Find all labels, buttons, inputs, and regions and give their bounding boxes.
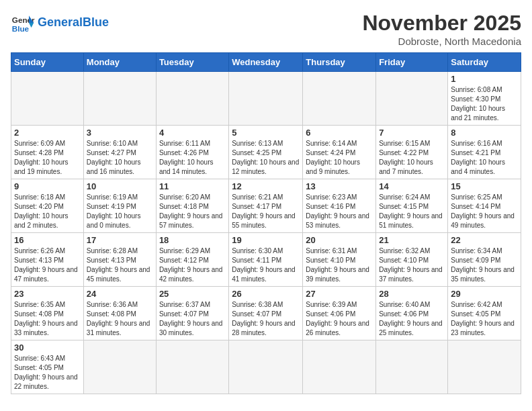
weekday-header-sunday: Sunday	[11, 53, 84, 72]
svg-text:Blue: Blue	[12, 24, 30, 33]
day-cell: 5Sunrise: 6:13 AM Sunset: 4:25 PM Daylig…	[229, 126, 303, 179]
day-number: 13	[306, 181, 373, 191]
day-number: 18	[159, 235, 226, 245]
day-cell: 2Sunrise: 6:09 AM Sunset: 4:28 PM Daylig…	[11, 126, 84, 179]
day-number: 29	[451, 289, 518, 299]
day-cell	[448, 340, 521, 394]
month-year-title: November 2025	[362, 11, 521, 36]
day-number: 7	[379, 128, 445, 138]
weekday-header-tuesday: Tuesday	[156, 53, 228, 72]
day-number: 22	[451, 235, 518, 245]
day-info: Sunrise: 6:32 AM Sunset: 4:10 PM Dayligh…	[379, 246, 445, 284]
day-info: Sunrise: 6:23 AM Sunset: 4:16 PM Dayligh…	[306, 193, 373, 230]
day-info: Sunrise: 6:11 AM Sunset: 4:26 PM Dayligh…	[159, 139, 226, 177]
day-info: Sunrise: 6:14 AM Sunset: 4:24 PM Dayligh…	[306, 139, 373, 177]
day-info: Sunrise: 6:37 AM Sunset: 4:07 PM Dayligh…	[159, 300, 226, 338]
day-info: Sunrise: 6:24 AM Sunset: 4:15 PM Dayligh…	[379, 193, 445, 230]
day-cell: 7Sunrise: 6:15 AM Sunset: 4:22 PM Daylig…	[376, 126, 448, 179]
day-number: 16	[14, 235, 81, 245]
day-number: 10	[87, 181, 153, 191]
day-info: Sunrise: 6:25 AM Sunset: 4:14 PM Dayligh…	[451, 193, 518, 230]
day-number: 30	[14, 342, 81, 353]
day-cell	[83, 340, 156, 394]
day-number: 8	[451, 128, 518, 138]
day-info: Sunrise: 6:19 AM Sunset: 4:19 PM Dayligh…	[87, 193, 153, 230]
day-cell	[11, 72, 84, 126]
day-info: Sunrise: 6:39 AM Sunset: 4:06 PM Dayligh…	[306, 300, 373, 338]
week-row-3: 9Sunrise: 6:18 AM Sunset: 4:20 PM Daylig…	[11, 179, 521, 233]
week-row-2: 2Sunrise: 6:09 AM Sunset: 4:28 PM Daylig…	[11, 126, 521, 179]
day-number: 14	[379, 181, 445, 191]
day-number: 4	[159, 128, 226, 138]
logo-text: GeneralBlue	[38, 16, 109, 30]
day-cell: 17Sunrise: 6:28 AM Sunset: 4:13 PM Dayli…	[83, 233, 156, 287]
day-info: Sunrise: 6:34 AM Sunset: 4:09 PM Dayligh…	[451, 246, 518, 284]
day-cell: 10Sunrise: 6:19 AM Sunset: 4:19 PM Dayli…	[83, 179, 156, 233]
day-info: Sunrise: 6:35 AM Sunset: 4:08 PM Dayligh…	[14, 300, 81, 338]
day-info: Sunrise: 6:09 AM Sunset: 4:28 PM Dayligh…	[14, 139, 81, 177]
weekday-header-friday: Friday	[376, 53, 448, 72]
svg-marker-3	[29, 23, 34, 28]
day-info: Sunrise: 6:30 AM Sunset: 4:11 PM Dayligh…	[232, 246, 300, 284]
day-number: 2	[14, 128, 81, 138]
day-info: Sunrise: 6:16 AM Sunset: 4:21 PM Dayligh…	[451, 139, 518, 177]
day-cell: 3Sunrise: 6:10 AM Sunset: 4:27 PM Daylig…	[83, 126, 156, 179]
day-number: 15	[451, 181, 518, 191]
day-number: 9	[14, 181, 81, 191]
day-info: Sunrise: 6:42 AM Sunset: 4:05 PM Dayligh…	[451, 300, 518, 338]
day-cell: 13Sunrise: 6:23 AM Sunset: 4:16 PM Dayli…	[303, 179, 376, 233]
day-info: Sunrise: 6:43 AM Sunset: 4:05 PM Dayligh…	[14, 354, 81, 392]
day-info: Sunrise: 6:40 AM Sunset: 4:06 PM Dayligh…	[379, 300, 445, 338]
day-number: 24	[87, 289, 153, 299]
page-header: General Blue GeneralBlue November 2025 D…	[11, 11, 521, 47]
weekday-header-row: SundayMondayTuesdayWednesdayThursdayFrid…	[11, 53, 521, 72]
day-cell: 15Sunrise: 6:25 AM Sunset: 4:14 PM Dayli…	[448, 179, 521, 233]
day-info: Sunrise: 6:31 AM Sunset: 4:10 PM Dayligh…	[306, 246, 373, 284]
day-info: Sunrise: 6:18 AM Sunset: 4:20 PM Dayligh…	[14, 193, 81, 230]
day-info: Sunrise: 6:26 AM Sunset: 4:13 PM Dayligh…	[14, 246, 81, 284]
day-number: 20	[306, 235, 373, 245]
day-info: Sunrise: 6:10 AM Sunset: 4:27 PM Dayligh…	[87, 139, 153, 177]
day-info: Sunrise: 6:38 AM Sunset: 4:07 PM Dayligh…	[232, 300, 300, 338]
week-row-4: 16Sunrise: 6:26 AM Sunset: 4:13 PM Dayli…	[11, 233, 521, 287]
day-cell	[156, 72, 228, 126]
week-row-5: 23Sunrise: 6:35 AM Sunset: 4:08 PM Dayli…	[11, 287, 521, 340]
day-info: Sunrise: 6:21 AM Sunset: 4:17 PM Dayligh…	[232, 193, 300, 230]
day-number: 27	[306, 289, 373, 299]
day-cell	[303, 72, 376, 126]
day-cell	[229, 340, 303, 394]
day-cell: 23Sunrise: 6:35 AM Sunset: 4:08 PM Dayli…	[11, 287, 84, 340]
day-number: 25	[159, 289, 226, 299]
day-cell	[156, 340, 228, 394]
week-row-6: 30Sunrise: 6:43 AM Sunset: 4:05 PM Dayli…	[11, 340, 521, 394]
day-cell: 22Sunrise: 6:34 AM Sunset: 4:09 PM Dayli…	[448, 233, 521, 287]
day-cell: 4Sunrise: 6:11 AM Sunset: 4:26 PM Daylig…	[156, 126, 228, 179]
weekday-header-wednesday: Wednesday	[229, 53, 303, 72]
week-row-1: 1Sunrise: 6:08 AM Sunset: 4:30 PM Daylig…	[11, 72, 521, 126]
day-cell	[229, 72, 303, 126]
day-number: 17	[87, 235, 153, 245]
day-cell: 16Sunrise: 6:26 AM Sunset: 4:13 PM Dayli…	[11, 233, 84, 287]
day-number: 6	[306, 128, 373, 138]
day-number: 3	[87, 128, 153, 138]
day-info: Sunrise: 6:08 AM Sunset: 4:30 PM Dayligh…	[451, 85, 518, 123]
day-cell: 6Sunrise: 6:14 AM Sunset: 4:24 PM Daylig…	[303, 126, 376, 179]
weekday-header-monday: Monday	[83, 53, 156, 72]
day-cell: 29Sunrise: 6:42 AM Sunset: 4:05 PM Dayli…	[448, 287, 521, 340]
day-cell: 19Sunrise: 6:30 AM Sunset: 4:11 PM Dayli…	[229, 233, 303, 287]
day-cell: 20Sunrise: 6:31 AM Sunset: 4:10 PM Dayli…	[303, 233, 376, 287]
day-number: 19	[232, 235, 300, 245]
weekday-header-thursday: Thursday	[303, 53, 376, 72]
day-cell: 14Sunrise: 6:24 AM Sunset: 4:15 PM Dayli…	[376, 179, 448, 233]
day-cell: 25Sunrise: 6:37 AM Sunset: 4:07 PM Dayli…	[156, 287, 228, 340]
day-cell: 28Sunrise: 6:40 AM Sunset: 4:06 PM Dayli…	[376, 287, 448, 340]
day-info: Sunrise: 6:28 AM Sunset: 4:13 PM Dayligh…	[87, 246, 153, 284]
day-cell: 12Sunrise: 6:21 AM Sunset: 4:17 PM Dayli…	[229, 179, 303, 233]
day-cell: 18Sunrise: 6:29 AM Sunset: 4:12 PM Dayli…	[156, 233, 228, 287]
calendar-table: SundayMondayTuesdayWednesdayThursdayFrid…	[11, 52, 521, 394]
day-cell: 27Sunrise: 6:39 AM Sunset: 4:06 PM Dayli…	[303, 287, 376, 340]
day-number: 23	[14, 289, 81, 299]
day-cell	[83, 72, 156, 126]
day-cell: 24Sunrise: 6:36 AM Sunset: 4:08 PM Dayli…	[83, 287, 156, 340]
day-cell	[376, 340, 448, 394]
